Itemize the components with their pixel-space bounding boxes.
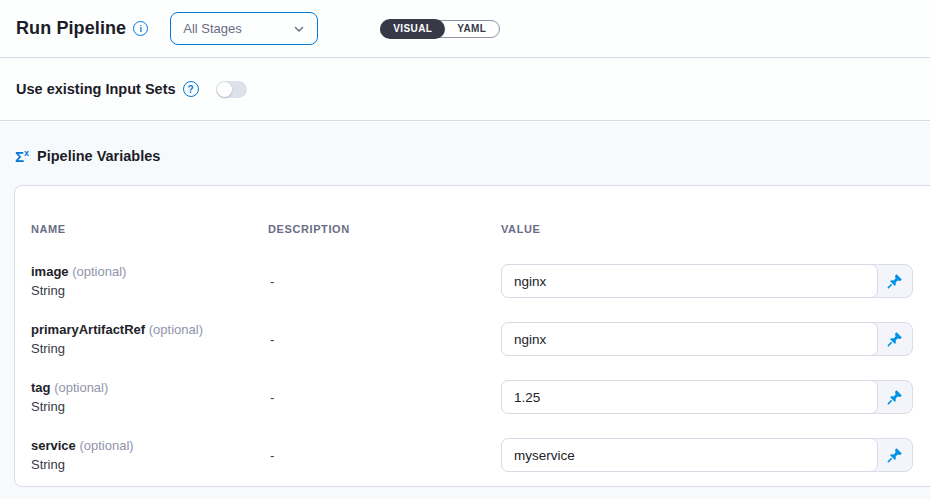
variable-name-cell: primaryArtifactRef (optional) String [31, 322, 268, 356]
title-wrap: Run Pipeline i [16, 18, 148, 39]
variables-card: NAME DESCRIPTION VALUE image (optional) … [14, 185, 930, 487]
stage-selector-value: All Stages [183, 21, 242, 36]
variable-name: primaryArtifactRef [31, 322, 145, 337]
variable-optional-tag: (optional) [72, 264, 126, 279]
pipeline-form-body: Σx Pipeline Variables NAME DESCRIPTION V… [0, 122, 930, 499]
variables-section-header: Σx Pipeline Variables [15, 148, 930, 164]
variable-optional-tag: (optional) [149, 322, 203, 337]
visual-yaml-toggle: VISUAL YAML [380, 20, 500, 38]
tab-yaml[interactable]: YAML [444, 20, 499, 38]
variable-name-cell: image (optional) String [31, 264, 268, 298]
column-header-value: VALUE [501, 223, 930, 235]
variable-type: String [31, 457, 268, 472]
table-row: tag (optional) String - [15, 368, 930, 426]
table-row: primaryArtifactRef (optional) String - [15, 310, 930, 368]
info-icon[interactable]: i [133, 21, 148, 36]
variable-optional-tag: (optional) [79, 438, 133, 453]
page-title: Run Pipeline [16, 18, 126, 39]
tab-visual[interactable]: VISUAL [380, 19, 445, 39]
variable-type: String [31, 399, 268, 414]
input-sets-toggle[interactable] [216, 81, 247, 98]
variable-value-input[interactable] [501, 438, 878, 472]
variable-value-group [501, 438, 913, 472]
variable-value-input[interactable] [501, 264, 878, 298]
variable-description: - [268, 448, 501, 463]
variables-section-title: Pipeline Variables [37, 148, 160, 164]
variable-optional-tag: (optional) [54, 380, 108, 395]
input-sets-label: Use existing Input Sets [16, 81, 176, 97]
variable-type: String [31, 283, 268, 298]
table-row: service (optional) String - [15, 426, 930, 484]
chevron-down-icon [293, 23, 305, 35]
help-icon[interactable]: ? [183, 81, 199, 97]
variable-value-input[interactable] [501, 380, 878, 414]
pin-icon[interactable] [878, 439, 912, 471]
variable-description: - [268, 332, 501, 347]
variable-description: - [268, 390, 501, 405]
pipeline-variables-icon: Σx [15, 149, 29, 164]
variable-name-cell: service (optional) String [31, 438, 268, 472]
variables-table-header: NAME DESCRIPTION VALUE [15, 206, 930, 252]
variable-value-input[interactable] [501, 322, 878, 356]
variable-type: String [31, 341, 268, 356]
column-header-name: NAME [31, 223, 268, 235]
stage-selector-dropdown[interactable]: All Stages [170, 12, 318, 45]
variable-name: tag [31, 380, 51, 395]
pin-icon[interactable] [878, 265, 912, 297]
variable-value-group [501, 380, 913, 414]
variable-value-group [501, 264, 913, 298]
variable-value-group [501, 322, 913, 356]
toggle-knob [217, 82, 232, 97]
run-pipeline-header: Run Pipeline i All Stages VISUAL YAML [0, 0, 930, 58]
table-row: image (optional) String - [15, 252, 930, 310]
variable-description: - [268, 274, 501, 289]
pin-icon[interactable] [878, 323, 912, 355]
column-header-description: DESCRIPTION [268, 223, 501, 235]
input-sets-row: Use existing Input Sets ? [0, 58, 930, 121]
variable-name-cell: tag (optional) String [31, 380, 268, 414]
variable-name: image [31, 264, 69, 279]
pin-icon[interactable] [878, 381, 912, 413]
variable-name: service [31, 438, 76, 453]
